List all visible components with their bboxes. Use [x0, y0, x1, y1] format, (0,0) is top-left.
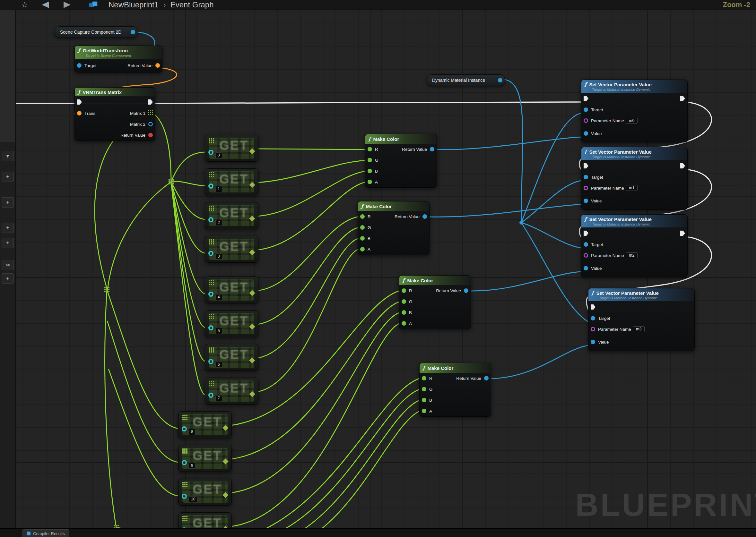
pin-g[interactable] — [360, 225, 365, 230]
node-set-vector-parameter-2[interactable]: ƒ Set Vector Parameter Value Target is M… — [581, 147, 688, 210]
pin-r[interactable] — [368, 147, 372, 151]
event-graph-canvas[interactable]: BLUEPRINT — [0, 0, 756, 537]
pin-g[interactable] — [422, 387, 426, 392]
return-output-pin[interactable] — [148, 133, 153, 137]
pin-b[interactable] — [360, 236, 365, 241]
param-name-input[interactable]: m1 — [626, 185, 638, 191]
node-get-array[interactable]: GET 8 — [178, 411, 232, 438]
array-input-pin[interactable] — [208, 359, 213, 364]
pin-a[interactable] — [402, 321, 406, 326]
target-input-pin[interactable] — [77, 63, 81, 68]
exec-input-pin[interactable] — [584, 231, 589, 236]
node-get-array[interactable]: GET 6 — [205, 344, 258, 371]
node-dynamic-material-variable[interactable]: Dynamic Material Instance — [426, 74, 505, 86]
parameter-name-pin[interactable] — [584, 118, 588, 123]
parameter-name-pin[interactable] — [584, 186, 588, 190]
node-get-array[interactable]: GET 0 — [205, 135, 258, 162]
return-output-pin[interactable] — [430, 147, 434, 151]
matrix1-output-pin[interactable] — [148, 110, 149, 111]
exec-output-pin[interactable] — [148, 100, 153, 105]
pin-r[interactable] — [422, 376, 426, 381]
node-set-vector-parameter-1[interactable]: ƒ Set Vector Parameter Value Target is M… — [581, 80, 688, 143]
target-input-pin[interactable] — [584, 175, 588, 179]
exec-output-pin[interactable] — [680, 96, 685, 102]
message-button[interactable]: ✉ — [2, 260, 14, 270]
add-button[interactable]: + — [2, 197, 14, 208]
add-button[interactable]: + — [2, 172, 14, 182]
return-output-pin[interactable] — [464, 288, 468, 293]
pin-b[interactable] — [422, 398, 426, 402]
parameter-name-pin[interactable] — [591, 327, 595, 331]
node-vrmtrans-matrix[interactable]: ƒ VRMTrans Matrix Trans Matrix 1 Matrix … — [74, 87, 156, 141]
node-get-array[interactable]: GET 5 — [205, 310, 258, 337]
value-input-pin[interactable] — [591, 340, 595, 344]
return-output-pin[interactable] — [484, 376, 489, 381]
value-input-pin[interactable] — [584, 131, 588, 136]
target-input-pin[interactable] — [584, 107, 588, 112]
breadcrumb-blueprint[interactable]: NewBlueprint1 — [109, 0, 158, 9]
array-input-pin[interactable] — [208, 392, 213, 398]
node-get-world-transform[interactable]: ƒ GetWorldTransform Target is Scene Comp… — [74, 46, 162, 72]
value-input-pin[interactable] — [584, 266, 588, 270]
exec-input-pin[interactable] — [591, 305, 596, 310]
node-get-array[interactable]: GET 4 — [205, 276, 258, 304]
pin-r[interactable] — [360, 214, 365, 219]
node-get-array[interactable]: GET 10 — [178, 478, 232, 506]
forward-button[interactable] — [62, 1, 72, 9]
node-get-array[interactable]: GET 9 — [178, 445, 232, 472]
node-make-color-1[interactable]: ƒ Make Color R Return Value G B A — [365, 134, 437, 188]
array-input-pin[interactable] — [208, 292, 213, 297]
node-make-color-2[interactable]: ƒ Make Color R Return Value G B A — [358, 201, 429, 255]
pin-r[interactable] — [402, 288, 406, 293]
add-button[interactable]: + — [2, 223, 14, 233]
reroute-node[interactable] — [113, 525, 115, 526]
node-get-array[interactable]: GET 1 — [205, 168, 258, 195]
exec-input-pin[interactable] — [77, 100, 82, 105]
exec-output-pin[interactable] — [680, 231, 685, 236]
pin-b[interactable] — [402, 310, 406, 315]
node-get-array[interactable]: GET 3 — [205, 236, 258, 263]
array-input-pin[interactable] — [182, 494, 187, 499]
array-input-pin[interactable] — [208, 217, 213, 222]
array-input-pin[interactable] — [208, 184, 213, 188]
pin-a[interactable] — [360, 247, 365, 252]
node-make-color-3[interactable]: ƒ Make Color R Return Value G B A — [399, 275, 471, 329]
param-name-input[interactable]: m3 — [633, 326, 645, 332]
object-output-pin[interactable] — [498, 78, 502, 82]
node-get-array[interactable]: GET 2 — [205, 202, 258, 229]
node-scene-capture-variable[interactable]: Scene Capture Component 2D — [55, 26, 138, 38]
array-input-pin[interactable] — [182, 426, 187, 432]
array-input-pin[interactable] — [208, 251, 213, 256]
node-make-color-4[interactable]: ƒ Make Color R Return Value G B A — [419, 363, 491, 417]
add-button[interactable]: + — [2, 273, 14, 284]
add-button[interactable]: + — [2, 238, 14, 248]
node-get-array[interactable]: GET 7 — [205, 378, 258, 404]
reroute-node[interactable] — [519, 221, 523, 225]
array-input-pin[interactable] — [182, 460, 187, 465]
favorite-button[interactable]: ☆ — [19, 1, 30, 9]
pin-a[interactable] — [422, 409, 426, 413]
target-input-pin[interactable] — [591, 316, 595, 320]
return-output-pin[interactable] — [156, 63, 160, 68]
pin-b[interactable] — [368, 169, 372, 173]
reroute-node[interactable] — [168, 179, 170, 181]
exec-input-pin[interactable] — [584, 163, 589, 169]
node-set-vector-parameter-3[interactable]: ƒ Set Vector Parameter Value Target is M… — [581, 214, 688, 277]
trans-input-pin[interactable] — [77, 111, 81, 115]
array-input-pin[interactable] — [208, 150, 213, 155]
pin-g[interactable] — [402, 299, 406, 304]
object-output-pin[interactable] — [131, 30, 135, 34]
exec-input-pin[interactable] — [584, 96, 589, 102]
param-name-input[interactable]: m2 — [626, 252, 638, 258]
matrix2-output-pin[interactable] — [148, 122, 153, 126]
node-set-vector-parameter-4[interactable]: ƒ Set Vector Parameter Value Target is M… — [588, 288, 695, 351]
pin-g[interactable] — [368, 158, 372, 162]
exec-output-pin[interactable] — [680, 163, 685, 169]
value-input-pin[interactable] — [584, 199, 588, 203]
pin-a[interactable] — [368, 180, 372, 184]
array-input-pin[interactable] — [208, 325, 213, 330]
reroute-node[interactable] — [104, 287, 106, 288]
back-button[interactable] — [40, 1, 51, 9]
blueprint-icon-button[interactable] — [89, 1, 100, 9]
parameter-name-pin[interactable] — [584, 253, 588, 258]
